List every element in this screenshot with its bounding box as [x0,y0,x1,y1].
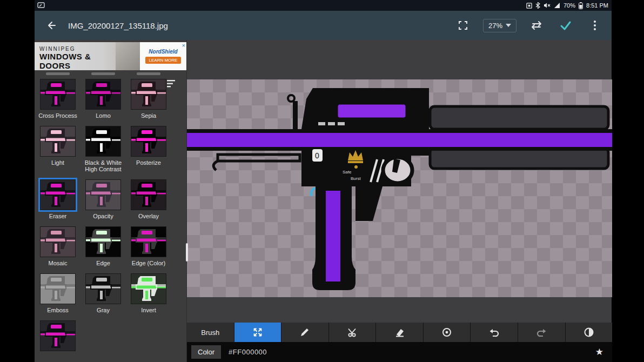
undo-icon [488,327,500,338]
filter-label: Cross Process [36,112,80,119]
filter-thumbnail [131,179,166,210]
overflow-menu-button[interactable] [586,17,604,33]
filter-thumbnail [85,179,121,210]
filter-item[interactable]: Opacity [81,179,125,219]
filter-thumbnail [85,273,121,304]
app-screen: 70% 8:51 PM IMG_20200127_135118.jpg 27 [0,0,644,362]
battery-icon [579,2,583,9]
filter-label: Mosaic [36,260,80,266]
filter-thumbnail [131,79,166,110]
ad-city: WINNIPEG [39,46,116,52]
status-bar: 70% 8:51 PM [35,0,612,11]
signal-icon [554,2,560,9]
filter-label: Black & White High Contrast [81,159,125,172]
ad-banner[interactable]: WINNIPEG WINDOWS & DOORS NordShield LEAR… [35,42,186,70]
filter-item[interactable]: Sepia [126,79,171,119]
more-vert-icon [593,20,596,31]
mute-icon [544,2,551,9]
color-picker-button[interactable]: Color [191,345,221,359]
filter-thumbnail [40,179,76,210]
ad-photo [116,42,140,70]
burst-marking: Burst [351,176,361,181]
filter-item[interactable]: Light [36,126,80,172]
filter-thumbnail [40,79,76,110]
filter-item[interactable]: Cross Process [36,79,80,119]
undo-button[interactable] [471,323,518,342]
record-circle-icon [441,327,452,338]
filter-label: Eraser [36,213,80,219]
cut-tool-button[interactable] [329,323,376,342]
contrast-button[interactable] [566,323,613,342]
filter-thumbnail [40,226,76,257]
eraser-tool-button[interactable] [376,323,423,342]
battery-percent: 70% [564,2,575,9]
screenshot-icon [526,3,532,9]
app-header: IMG_20200127_135118.jpg 27% [35,11,612,40]
ad-headline: WINDOWS & DOORS [39,52,116,70]
clipped-filter-row [35,70,171,78]
apply-button[interactable] [556,17,575,33]
filter-item[interactable]: Invert [126,273,171,313]
filter-label: Overlay [126,213,171,219]
filter-label: Emboss [36,307,80,313]
redo-icon [536,327,547,338]
ad-learn-more-button[interactable]: LEARN MORE [145,57,182,64]
color-hex-value: #FF000000 [229,348,267,356]
target-tool-button[interactable] [424,323,471,342]
fullscreen-icon [458,20,468,31]
filter-grid: Cross Process Lomo Sepia Light B [35,79,176,362]
chevron-down-icon [506,24,511,27]
filter-label: Lomo [81,112,125,119]
editor-canvas[interactable]: 0 Safe Burst Brush [186,40,612,362]
filter-item[interactable]: Black & White High Contrast [81,126,125,172]
favorite-star-icon[interactable]: ★ [595,346,603,358]
filter-thumbnail [40,320,76,351]
filter-thumbnail [85,126,121,157]
filter-thumbnail [40,126,76,157]
filter-item[interactable]: Lomo [81,79,125,119]
filter-item[interactable]: Gray [81,273,125,313]
filter-sidebar: WINNIPEG WINDOWS & DOORS NordShield LEAR… [35,40,186,362]
filter-item[interactable]: Posterize [126,126,171,172]
filter-item[interactable]: Emboss [36,273,80,313]
fullscreen-button[interactable] [454,17,472,33]
filter-thumbnail [131,273,166,304]
filter-thumbnail [85,226,121,257]
gun-stock-lower [430,148,608,169]
draw-tool-button[interactable] [281,323,328,342]
back-button[interactable] [43,17,59,33]
compare-button[interactable] [527,17,546,33]
pencil-icon [299,327,310,338]
ad-brand: NordShield [149,49,177,55]
expand-arrows-icon [252,327,263,338]
brush-mode-label: Brush [201,329,219,337]
filter-item[interactable]: Edge (Color) [126,226,171,266]
redo-button[interactable] [518,323,565,342]
zoom-select[interactable]: 27% [483,19,516,32]
filter-label: Posterize [126,159,171,166]
pan-zoom-tool-button[interactable] [234,323,281,342]
gun-stock-upper [430,106,608,129]
compare-arrows-icon [531,20,542,31]
gun-barrel-stripe [187,133,612,147]
ad-close-icon[interactable]: × [182,43,185,49]
brush-mode-button[interactable]: Brush [187,323,234,342]
bottom-toolbar: Brush [187,323,612,342]
scissors-icon [347,327,357,337]
filter-label: Edge [81,260,125,266]
color-bar: Color #FF000000 ★ [187,342,612,362]
filter-thumbnail [85,79,121,110]
gun-counter-text: 0 [315,151,319,160]
filter-item[interactable]: Eraser [36,179,80,219]
contrast-icon [583,327,594,338]
filter-item[interactable] [36,320,80,360]
filter-item[interactable]: Mosaic [36,226,80,266]
filter-item[interactable]: Overlay [126,179,171,219]
filter-item[interactable]: Edge [81,226,125,266]
sidebar-scrollbar[interactable] [186,243,188,262]
zoom-value: 27% [488,22,502,30]
bluetooth-icon [535,2,540,9]
filter-label: Edge (Color) [126,260,171,266]
check-icon [559,20,572,31]
canvas-image[interactable]: 0 Safe Burst [187,79,612,297]
